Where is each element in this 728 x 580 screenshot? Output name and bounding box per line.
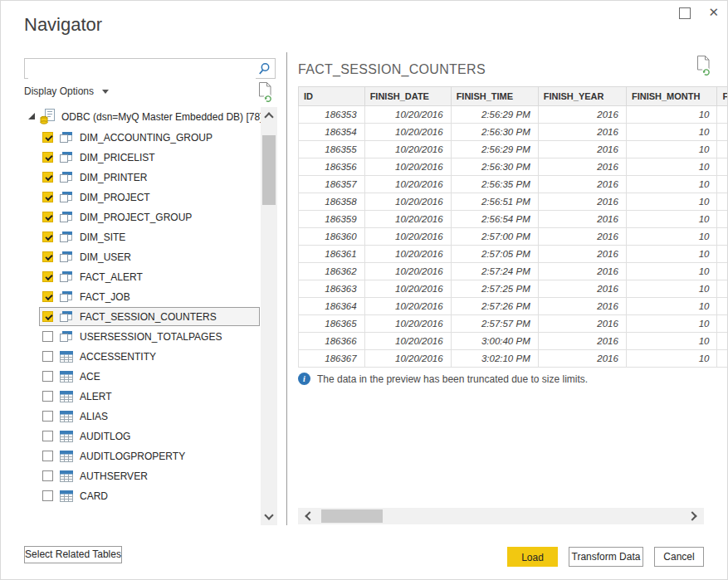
preview-cell: 186363: [299, 280, 365, 298]
expander-icon[interactable]: [28, 113, 35, 119]
tree-item-checkbox[interactable]: [42, 251, 53, 262]
tree-item[interactable]: DIM_SITE: [39, 227, 260, 246]
preview-cell: 10: [626, 333, 717, 350]
tree-root-odbc[interactable]: ODBC (dsn=MyQ Master Embedded DB) [78]: [24, 106, 261, 127]
tree-item[interactable]: DIM_PROJECT: [39, 188, 260, 207]
preview-cell: [717, 158, 727, 176]
preview-cell: 2016: [538, 263, 626, 280]
tree-item[interactable]: DIM_ACCOUNTING_GROUP: [39, 128, 260, 147]
preview-cell: 2016: [538, 193, 626, 211]
cancel-button[interactable]: Cancel: [654, 547, 704, 567]
scroll-left-icon[interactable]: [305, 511, 314, 520]
select-related-tables-button[interactable]: Select Related Tables: [24, 546, 122, 563]
tree-item-label: AUDITLOGPROPERTY: [80, 451, 185, 462]
tree-item-checkbox[interactable]: [42, 490, 53, 501]
tree-item-checkbox[interactable]: [42, 331, 53, 342]
preview-body: 18635310/20/20162:56:29 PM20161018635410…: [299, 106, 728, 368]
tree-item[interactable]: DIM_PRINTER: [39, 168, 260, 187]
tree-item-checkbox[interactable]: [42, 232, 53, 242]
tree-item[interactable]: ALIAS: [39, 407, 260, 426]
preview-cell: 2:57:26 PM: [451, 298, 538, 315]
view-icon: [60, 330, 73, 343]
tree-vertical-scrollbar[interactable]: [261, 107, 277, 525]
refresh-preview-icon[interactable]: [695, 55, 712, 80]
horizontal-scrollbar-thumb[interactable]: [321, 509, 383, 523]
tree-item-label: DIM_PROJECT: [80, 192, 150, 203]
preview-cell: 2016: [538, 228, 626, 246]
tree-item-checkbox[interactable]: [42, 411, 53, 422]
load-button[interactable]: Load: [507, 547, 558, 567]
view-icon: [60, 271, 73, 283]
tree-item-checkbox[interactable]: [42, 172, 53, 183]
tree-item[interactable]: ALERT: [39, 387, 260, 406]
tree-item-label: DIM_ACCOUNTING_GROUP: [80, 132, 213, 144]
tree-item[interactable]: DIM_USER: [39, 247, 260, 266]
tree-item[interactable]: USERSESSION_TOTALPAGES: [39, 327, 260, 346]
scroll-down-icon[interactable]: [264, 510, 273, 519]
preview-cell: 2016: [538, 280, 626, 298]
preview-horizontal-scrollbar[interactable]: [298, 508, 704, 524]
search-input[interactable]: [28, 60, 256, 79]
tree-item[interactable]: AUDITLOGPROPERTY: [39, 446, 260, 465]
table-icon: [60, 490, 73, 502]
preview-cell: 10: [626, 106, 717, 124]
preview-cell: 186356: [299, 158, 365, 176]
display-options-dropdown[interactable]: Display Options: [24, 85, 109, 97]
table-icon: [60, 431, 73, 442]
tree-item-checkbox[interactable]: [42, 351, 53, 362]
tree-item-label: FACT_SESSION_COUNTERS: [80, 311, 217, 323]
preview-cell: 10: [626, 228, 717, 246]
tree-item[interactable]: FACT_ALERT: [39, 267, 260, 286]
vertical-scrollbar-thumb[interactable]: [262, 135, 276, 205]
tree-item[interactable]: ACCESSENTITY: [39, 347, 260, 366]
close-icon[interactable]: ✕: [708, 4, 719, 21]
tree-item[interactable]: AUDITLOG: [39, 426, 260, 446]
tree-item[interactable]: CARD: [39, 486, 260, 505]
tree-item[interactable]: DIM_PROJECT_GROUP: [39, 207, 260, 227]
tree-item-checkbox[interactable]: [42, 132, 53, 143]
preview-cell: 2016: [538, 350, 626, 368]
preview-cell: [717, 124, 727, 141]
preview-cell: [717, 280, 727, 298]
tree-item-checkbox[interactable]: [42, 291, 53, 302]
tree-item-checkbox[interactable]: [42, 431, 53, 441]
preview-row: 18636510/20/20162:57:57 PM201610: [299, 315, 728, 333]
tree-item[interactable]: DIM_PRICELIST: [39, 148, 260, 167]
table-icon: [60, 351, 73, 363]
preview-row: 18635310/20/20162:56:29 PM201610: [299, 106, 728, 124]
refresh-preview-icon[interactable]: [257, 81, 274, 106]
tree-item-checkbox[interactable]: [42, 212, 53, 222]
tree-item-checkbox[interactable]: [42, 271, 53, 282]
preview-cell: 2:56:51 PM: [451, 193, 538, 211]
preview-table-container: IDFINISH_DATEFINISH_TIMEFINISH_YEARFINIS…: [298, 86, 727, 368]
preview-cell: 10: [626, 350, 717, 368]
preview-cell: 186353: [299, 106, 365, 124]
preview-row: 18636610/20/20163:00:40 PM201610: [299, 333, 728, 350]
tree-item-checkbox[interactable]: [42, 192, 53, 202]
view-icon: [60, 171, 73, 183]
tree-item[interactable]: FACT_JOB: [39, 287, 260, 306]
tree-item[interactable]: FACT_SESSION_COUNTERS: [39, 307, 260, 326]
preview-cell: 10/20/2016: [364, 106, 451, 124]
tree-item-checkbox[interactable]: [42, 311, 53, 322]
preview-cell: 186359: [299, 211, 365, 228]
scroll-right-icon[interactable]: [687, 511, 696, 520]
preview-row: 18636410/20/20162:57:26 PM201610: [299, 298, 728, 315]
tree-item-checkbox[interactable]: [42, 152, 53, 163]
scroll-up-icon[interactable]: [264, 112, 273, 121]
tree-item-checkbox[interactable]: [42, 451, 53, 461]
preview-row: 18635810/20/20162:56:51 PM201610: [299, 193, 728, 211]
transform-data-button[interactable]: Transform Data: [569, 547, 643, 567]
preview-cell: 10/20/2016: [364, 211, 451, 228]
preview-row: 18636210/20/20162:57:24 PM201610: [299, 263, 728, 280]
tree-item[interactable]: AUTHSERVER: [39, 466, 260, 485]
search-icon[interactable]: [258, 62, 271, 79]
tree-item-checkbox[interactable]: [42, 371, 53, 382]
restore-window-icon[interactable]: [679, 7, 691, 19]
tree-item[interactable]: ACE: [39, 367, 260, 386]
tree-item-checkbox[interactable]: [42, 470, 53, 481]
preview-cell: 10/20/2016: [364, 280, 451, 298]
tree-item-label: FACT_ALERT: [80, 271, 143, 283]
tree-item-checkbox[interactable]: [42, 391, 53, 402]
preview-cell: 186358: [299, 193, 365, 211]
